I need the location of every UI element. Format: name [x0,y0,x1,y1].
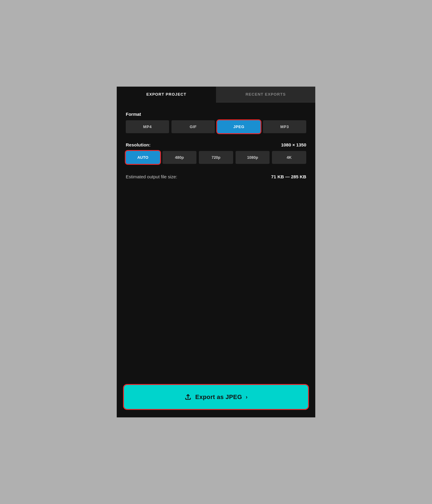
tab-export-project[interactable]: EXPORT PROJECT [117,87,216,103]
export-button-container: Export as JPEG › [117,379,315,417]
format-btn-gif[interactable]: GIF [171,120,215,133]
res-btn-4k[interactable]: 4K [272,151,306,164]
chevron-right-icon: › [246,394,248,400]
export-button-label: Export as JPEG [195,394,242,401]
format-buttons: MP4 GIF JPEG MP3 [126,120,306,133]
spacer [126,189,306,387]
resolution-header: Resolution: 1080 × 1350 [126,142,306,147]
format-btn-mp3[interactable]: MP3 [263,120,306,133]
tabs-row: EXPORT PROJECT RECENT EXPORTS [117,87,315,103]
res-btn-720p[interactable]: 720p [199,151,233,164]
format-label: Format [126,112,306,117]
file-size-label: Estimated output file size: [126,174,177,179]
resolution-label: Resolution: [126,142,151,147]
resolution-current-value: 1080 × 1350 [281,142,306,147]
res-btn-1080p[interactable]: 1080p [236,151,270,164]
file-size-value: 71 KB — 285 KB [271,174,306,179]
panel-body: Format MP4 GIF JPEG MP3 Resolution: 1080… [117,103,315,417]
resolution-section: Resolution: 1080 × 1350 AUTO 480p 720p 1… [126,142,306,164]
resolution-buttons: AUTO 480p 720p 1080p 4K [126,151,306,164]
export-panel: EXPORT PROJECT RECENT EXPORTS Format MP4… [117,87,315,417]
format-btn-mp4[interactable]: MP4 [126,120,169,133]
tab-recent-exports[interactable]: RECENT EXPORTS [216,87,315,102]
format-section: Format MP4 GIF JPEG MP3 [126,112,306,133]
res-btn-480p[interactable]: 480p [162,151,197,164]
export-jpeg-button[interactable]: Export as JPEG › [124,385,308,409]
outer-wrapper: EXPORT PROJECT RECENT EXPORTS Format MP4… [117,87,315,417]
res-btn-auto[interactable]: AUTO [126,151,160,164]
format-btn-jpeg[interactable]: JPEG [217,120,261,133]
file-size-row: Estimated output file size: 71 KB — 285 … [126,173,306,180]
upload-icon [184,393,192,401]
